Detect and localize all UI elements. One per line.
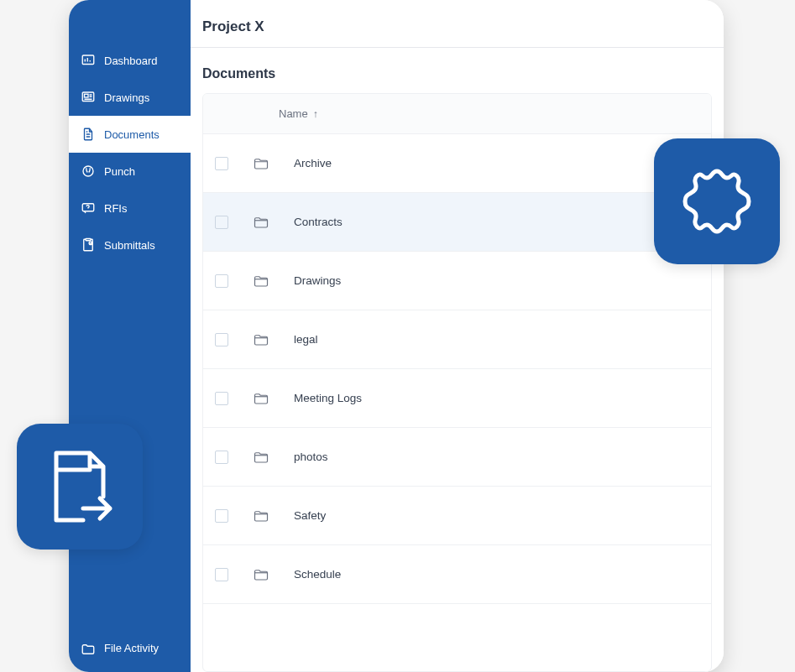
section-title: Documents <box>202 66 700 81</box>
row-name: Safety <box>294 509 326 522</box>
row-checkbox[interactable] <box>215 157 228 170</box>
row-name: Schedule <box>294 568 341 581</box>
punch-icon <box>81 164 96 179</box>
sidebar-item-label: File Activity <box>104 642 159 655</box>
row-name: Meeting Logs <box>294 392 362 404</box>
folder-icon <box>254 216 269 229</box>
file-export-badge <box>17 424 143 550</box>
sidebar-item-label: Submittals <box>104 239 155 252</box>
folder-icon <box>81 642 96 657</box>
sidebar-item-label: Dashboard <box>104 55 158 67</box>
sidebar-item-label: Drawings <box>104 91 149 104</box>
row-checkbox[interactable] <box>215 274 228 288</box>
sidebar-item-label: Documents <box>104 128 160 141</box>
row-name: Drawings <box>294 274 341 287</box>
table-row[interactable]: Schedule <box>203 545 711 604</box>
folder-icon <box>254 157 269 170</box>
column-label: Name <box>279 107 308 120</box>
table-row[interactable]: legal <box>203 310 711 369</box>
row-name: legal <box>294 333 318 346</box>
main-content: Project X Documents Name ↑ Archive Contr… <box>191 0 724 672</box>
sidebar-item-punch[interactable]: Punch <box>69 153 191 190</box>
folder-icon <box>254 509 269 523</box>
folder-icon <box>254 392 269 405</box>
sidebar: Dashboard Drawings Documents Punch RFIs <box>69 0 191 672</box>
folder-icon <box>254 333 269 346</box>
dashboard-icon <box>81 53 96 68</box>
page-title: Project X <box>202 18 700 35</box>
sidebar-item-rfis[interactable]: RFIs <box>69 190 191 227</box>
row-checkbox[interactable] <box>215 568 228 581</box>
rfis-icon <box>81 201 96 216</box>
svg-rect-0 <box>82 55 94 65</box>
sort-ascending-icon: ↑ <box>313 108 318 120</box>
table-row[interactable]: Contracts <box>203 193 711 252</box>
outline-badge <box>654 138 780 264</box>
column-name-header[interactable]: Name ↑ <box>279 107 318 120</box>
app-window: Dashboard Drawings Documents Punch RFIs <box>69 0 724 672</box>
row-checkbox[interactable] <box>215 333 228 346</box>
sidebar-item-submittals[interactable]: Submittals <box>69 227 191 263</box>
documents-icon <box>81 127 96 142</box>
sidebar-item-dashboard[interactable]: Dashboard <box>69 42 191 79</box>
row-name: photos <box>294 451 328 463</box>
row-checkbox[interactable] <box>215 451 228 464</box>
sidebar-item-drawings[interactable]: Drawings <box>69 79 191 116</box>
folder-icon <box>254 451 269 464</box>
table-row[interactable]: Archive <box>203 134 711 193</box>
folder-icon <box>254 274 269 288</box>
svg-point-3 <box>83 166 93 176</box>
sidebar-item-label: RFIs <box>104 202 127 215</box>
row-checkbox[interactable] <box>215 392 228 405</box>
table-row[interactable]: Safety <box>203 487 711 545</box>
sidebar-item-file-activity[interactable]: File Activity <box>69 631 191 672</box>
svg-rect-5 <box>86 239 91 241</box>
sidebar-item-label: Punch <box>104 165 135 178</box>
header: Project X <box>191 0 724 48</box>
documents-table: Name ↑ Archive Contracts Drawings legal <box>202 93 712 672</box>
table-header: Name ↑ <box>203 94 711 134</box>
submittals-icon <box>81 237 96 253</box>
row-checkbox[interactable] <box>215 216 228 229</box>
outline-badge-icon <box>677 161 757 242</box>
section-header: Documents <box>191 48 724 93</box>
row-name: Archive <box>294 157 332 169</box>
table-row[interactable]: photos <box>203 428 711 487</box>
table-row[interactable]: Drawings <box>203 252 711 310</box>
drawings-icon <box>81 90 96 105</box>
sidebar-item-documents[interactable]: Documents <box>69 116 191 153</box>
row-checkbox[interactable] <box>215 509 228 523</box>
table-row[interactable]: Meeting Logs <box>203 369 711 428</box>
file-export-icon <box>43 446 117 527</box>
folder-icon <box>254 568 269 581</box>
row-name: Contracts <box>294 216 343 228</box>
svg-rect-2 <box>85 94 89 97</box>
